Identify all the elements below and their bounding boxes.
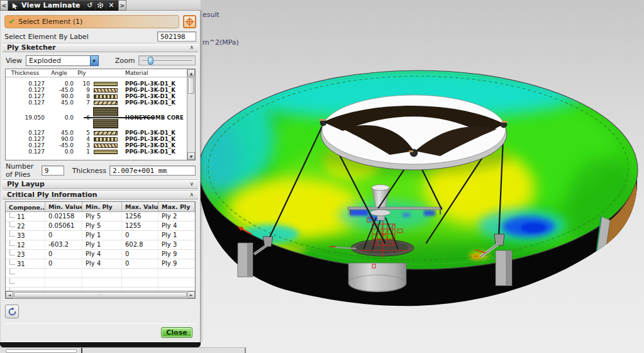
critical-ply-table: Compone... Min. Value Min. Ply Max. Valu… <box>5 201 196 299</box>
ply-row[interactable]: 0.127 45.0 5 PPG-PL-3K-D1_K <box>6 130 187 136</box>
ply-row[interactable]: 0.127 90.0 4 PPG-PL-3K-D1_K <box>6 136 187 142</box>
crit-max-ply <box>158 269 195 277</box>
dialog-back-button[interactable]: < <box>0 0 8 11</box>
crit-col-min-ply[interactable]: Min. Ply <box>82 202 122 211</box>
chevron-down-icon[interactable]: ▼ <box>90 55 99 66</box>
zoom-label: Zoom <box>115 57 135 65</box>
ply-sketcher-section-header[interactable]: Ply Sketcher ∧ <box>3 43 198 52</box>
close-button[interactable]: Close <box>161 327 192 338</box>
ply-swatch <box>94 150 118 154</box>
crit-min-ply <box>82 278 122 287</box>
scroll-down-icon[interactable]: ▼ <box>187 152 195 160</box>
zoom-slider-handle[interactable] <box>148 57 153 65</box>
ply-number: 7 <box>74 99 90 106</box>
ply-row[interactable]: 0.127 0.0 10 PPG-PL-3K-D1_K <box>6 81 187 87</box>
ply-angle: 0.0 <box>45 148 74 155</box>
crit-max-value: 1256 <box>122 212 158 221</box>
ply-row[interactable]: 0.127 -45.0 9 PPG-PL-3K-D1_K <box>6 87 187 93</box>
table-row[interactable]: 22 0.05061 Ply 5 1255 Ply 4 <box>6 221 195 231</box>
close-icon[interactable]: ✕ <box>106 1 116 10</box>
scroll-right-icon[interactable]: ► <box>187 291 195 298</box>
ply-swatch <box>94 137 118 142</box>
table-row[interactable] <box>6 278 195 288</box>
select-element-bar[interactable]: ✔ Select Element (1) <box>4 15 179 28</box>
ply-number: 10 <box>74 81 90 87</box>
table-row[interactable] <box>6 269 195 278</box>
ply-row[interactable]: 0.127 45.0 7 PPG-PL-3K-D1_K <box>6 99 187 106</box>
table-row[interactable]: 31 0 Ply 4 0 Ply 9 <box>6 259 195 269</box>
crit-max-value: 0 <box>122 259 158 268</box>
scroll-left-icon[interactable]: ◄ <box>6 291 13 298</box>
ply-swatch <box>94 82 118 86</box>
point-selector-button[interactable] <box>183 15 196 28</box>
ply-material: PPG-PL-3K-D1_K <box>121 81 187 87</box>
crit-col-max-ply[interactable]: Max. Ply <box>158 202 195 211</box>
table-row[interactable]: 12 -603.2 Ply 1 602.8 Ply 3 <box>6 240 195 250</box>
ply-row[interactable]: 19.050 0.0 6 HONEYCOMB CORE <box>6 106 187 130</box>
crit-min-value: 0 <box>45 259 82 268</box>
chevron-up-icon[interactable]: ∧ <box>189 45 194 50</box>
zoom-slider[interactable] <box>138 55 196 65</box>
chevron-down-icon[interactable]: ∨ <box>189 181 194 187</box>
ply-col-ply[interactable]: Ply <box>74 70 90 76</box>
ply-number: 9 <box>74 87 90 93</box>
number-of-plies-field[interactable] <box>42 165 64 176</box>
element-label-input[interactable] <box>157 31 196 42</box>
ply-row[interactable]: 0.127 -45.0 3 PPG-PL-3K-D1_K <box>6 142 187 148</box>
dialog-forward-button[interactable]: > <box>118 0 126 11</box>
crit-component: 31 <box>17 261 25 267</box>
ply-col-material[interactable]: Material <box>121 70 187 76</box>
ply-number: 1 <box>74 148 90 155</box>
scroll-up-icon[interactable]: ▲ <box>187 69 195 77</box>
ply-swatch <box>94 88 118 92</box>
view-dropdown[interactable]: Exploded ▼ <box>26 55 99 66</box>
gear-icon[interactable] <box>95 1 106 10</box>
crosshair-icon <box>185 17 194 26</box>
crit-max-ply: Ply 9 <box>158 259 195 268</box>
chevron-up-icon[interactable]: ∧ <box>189 192 194 198</box>
ply-thickness: 0.127 <box>6 136 45 142</box>
crit-col-component[interactable]: Compone... <box>6 202 45 211</box>
table-row[interactable]: 23 0 Ply 4 0 Ply 9 <box>6 250 195 259</box>
ply-layup-section-header[interactable]: Ply Layup ∨ <box>3 179 198 189</box>
ply-material: PPG-PL-3K-D1_K <box>121 142 187 148</box>
ply-col-angle[interactable]: Angle <box>45 70 74 76</box>
crit-component: 23 <box>17 251 25 258</box>
tree-branch-icon <box>9 250 15 255</box>
view-dropdown-value[interactable]: Exploded <box>26 55 90 66</box>
crit-max-value <box>122 278 158 287</box>
scrollbar-thumb[interactable] <box>188 77 194 94</box>
critical-ply-section-header[interactable]: Critical Ply Information ∧ <box>3 190 198 199</box>
dialog-bottom-shadow <box>0 342 201 347</box>
table-row[interactable]: 33 0 Ply 1 0 Ply 1 <box>6 231 195 240</box>
ply-thickness: 0.127 <box>6 99 45 106</box>
crit-col-min-value[interactable]: Min. Value <box>45 202 82 211</box>
crit-max-ply: Ply 3 <box>158 240 195 249</box>
crit-component: 33 <box>17 232 25 239</box>
ply-thickness: 19.050 <box>6 115 45 121</box>
crit-min-value <box>45 278 82 287</box>
dialog-titlebar: < View Laminate ↺ ✕ > <box>0 0 126 11</box>
tree-branch-icon <box>9 231 15 237</box>
ply-swatch <box>94 101 118 105</box>
ply-col-thickness[interactable]: Thickness <box>6 70 45 76</box>
scrollbar-thumb[interactable]: ··· <box>14 292 187 298</box>
ply-row[interactable]: 0.127 0.0 1 PPG-PL-3K-D1_K <box>6 148 187 155</box>
crit-min-value <box>45 269 82 277</box>
critical-ply-title: Critical Ply Information <box>7 191 97 199</box>
crit-min-ply: Ply 4 <box>82 250 122 259</box>
ply-row[interactable]: 0.127 90.0 8 PPG-PL-3K-D1_K <box>6 93 187 99</box>
crit-col-max-value[interactable]: Max. Value <box>122 202 158 211</box>
ply-table-scrollbar[interactable]: ▲ ▼ <box>187 69 195 160</box>
crit-min-value: 0.02158 <box>45 212 82 221</box>
reset-icon[interactable]: ↺ <box>84 1 95 10</box>
tree-branch-icon <box>9 259 15 265</box>
crit-component: 12 <box>17 242 25 249</box>
table-row[interactable]: 11 0.02158 Ply 5 1256 Ply 2 <box>6 212 195 221</box>
crit-max-ply: Ply 2 <box>158 212 195 221</box>
ply-material: PPG-PL-3K-D1_K <box>121 93 187 99</box>
critical-table-hscrollbar[interactable]: ◄ ··· ► <box>6 291 195 298</box>
crit-component: 22 <box>17 223 25 230</box>
refresh-button[interactable] <box>5 305 19 318</box>
thickness-field[interactable] <box>109 165 196 176</box>
